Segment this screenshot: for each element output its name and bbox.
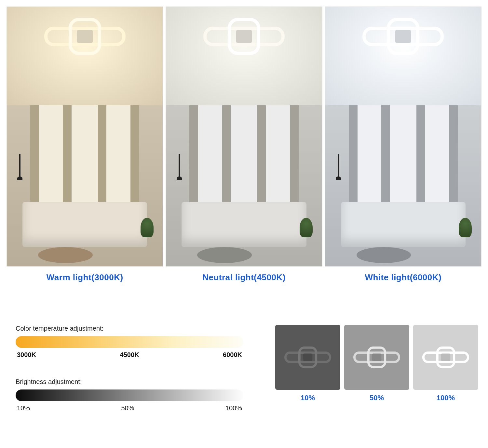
- ceiling-warm: [7, 7, 163, 105]
- ceiling-light-icon: [282, 343, 334, 372]
- thumb-box-10: [275, 325, 340, 390]
- adjustment-sliders: Color temperature adjustment: 3000K 4500…: [7, 325, 254, 412]
- sofa-icon: [182, 202, 306, 247]
- brightness-tick: 50%: [121, 404, 134, 412]
- floor-lamp-icon: [19, 154, 20, 180]
- floor-lamp-icon: [179, 154, 180, 180]
- ceiling-light-icon: [420, 343, 472, 372]
- brightness-label: Brightness adjustment:: [16, 378, 254, 386]
- ceiling-light-icon: [351, 343, 403, 372]
- coffee-table-icon: [197, 247, 252, 263]
- adjustment-section: Color temperature adjustment: 3000K 4500…: [7, 325, 481, 412]
- color-temp-tick: 6000K: [223, 351, 242, 359]
- svg-rect-14: [372, 354, 382, 361]
- ceiling-neutral: [166, 7, 322, 105]
- scene-captions: Warm light(3000K) Neutral light(4500K) W…: [7, 272, 481, 283]
- color-temp-tick: 3000K: [17, 351, 36, 359]
- thumb-box-50: [344, 325, 409, 390]
- scene-white: [325, 7, 481, 267]
- brightness-tick: 100%: [225, 404, 242, 412]
- caption-white: White light(6000K): [325, 272, 481, 283]
- svg-rect-2: [77, 30, 93, 43]
- coffee-table-icon: [357, 247, 411, 263]
- plant-icon: [141, 218, 154, 237]
- color-temp-label: Color temperature adjustment:: [16, 325, 254, 332]
- svg-rect-5: [236, 30, 252, 43]
- thumb-50: 50%: [344, 325, 409, 402]
- scene-neutral: [166, 7, 322, 267]
- brightness-gradient-bar: [16, 389, 243, 401]
- room-warm: [7, 105, 163, 266]
- ceiling-light-icon: [358, 14, 449, 59]
- svg-rect-8: [395, 30, 411, 43]
- room-neutral: [166, 105, 322, 266]
- ceiling-white: [325, 7, 481, 105]
- color-temperature-scenes: [7, 7, 481, 267]
- brightness-tick: 10%: [17, 404, 30, 412]
- sofa-icon: [341, 202, 466, 247]
- brightness-thumbnails: 10% 50% 100%: [264, 325, 481, 402]
- plant-icon: [300, 218, 313, 237]
- window-icon: [349, 105, 458, 210]
- sofa-icon: [22, 202, 147, 247]
- thumb-100: 100%: [413, 325, 478, 402]
- thumb-caption: 10%: [275, 394, 340, 402]
- brightness-ticks: 10% 50% 100%: [16, 404, 243, 412]
- thumb-10: 10%: [275, 325, 340, 402]
- svg-rect-11: [303, 354, 313, 361]
- svg-rect-17: [441, 354, 451, 361]
- color-temp-tick: 4500K: [120, 351, 139, 359]
- ceiling-light-icon: [39, 14, 130, 59]
- window-icon: [189, 105, 299, 210]
- room-white: [325, 105, 481, 266]
- ceiling-light-icon: [198, 14, 290, 59]
- plant-icon: [459, 218, 472, 237]
- thumb-box-100: [413, 325, 478, 390]
- thumb-caption: 100%: [413, 394, 478, 402]
- color-temp-ticks: 3000K 4500K 6000K: [16, 351, 243, 359]
- color-temp-gradient-bar: [16, 336, 243, 348]
- floor-lamp-icon: [338, 154, 339, 180]
- thumb-caption: 50%: [344, 394, 409, 402]
- window-icon: [30, 105, 140, 210]
- scene-warm: [7, 7, 163, 267]
- coffee-table-icon: [38, 247, 93, 263]
- caption-warm: Warm light(3000K): [7, 272, 163, 283]
- caption-neutral: Neutral light(4500K): [166, 272, 322, 283]
